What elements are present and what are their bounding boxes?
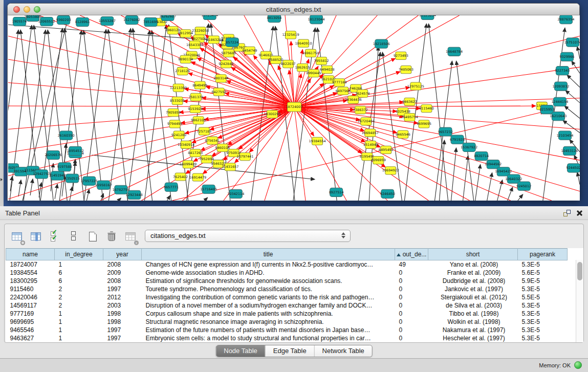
table-cell[interactable]: Estimation of the future numbers of pati… xyxy=(142,326,395,334)
table-cell[interactable]: 1 xyxy=(55,334,103,342)
table-cell[interactable]: 1 xyxy=(55,326,103,334)
table-cell[interactable]: 1998 xyxy=(103,310,142,318)
table-cell[interactable]: 1 xyxy=(55,310,103,318)
table-cell[interactable]: 5.9E-5 xyxy=(518,277,568,285)
table-cell[interactable]: Tourette syndrome. Phenomenology and cla… xyxy=(142,285,395,293)
node-table[interactable]: namein_degreeyeartitleout_de...shortpage… xyxy=(6,248,583,342)
table-cell[interactable]: 1 xyxy=(55,260,103,269)
table-row[interactable]: 946362711997Embryonic stem cells: a mode… xyxy=(6,334,568,342)
table-cell[interactable]: 9463627 xyxy=(6,334,55,342)
table-cell[interactable]: Jankovic et al. (1997) xyxy=(428,285,518,293)
edit-values-icon[interactable]: ✓✓ xyxy=(49,230,61,243)
memory-status-indicator[interactable] xyxy=(574,361,582,369)
row-height-icon[interactable] xyxy=(68,230,80,243)
table-cell[interactable]: 9115460 xyxy=(6,285,55,293)
table-cell[interactable]: 5.3E-5 xyxy=(518,334,568,342)
table-cell[interactable]: 0 xyxy=(395,318,428,326)
table-row[interactable]: 1456911722003Disruption of a novel membe… xyxy=(6,301,568,310)
table-cell[interactable]: 2008 xyxy=(103,260,142,269)
table-row[interactable]: 946554611997Estimation of the future num… xyxy=(6,326,568,334)
table-cell[interactable]: 0 xyxy=(395,310,428,318)
table-cell[interactable]: 2008 xyxy=(103,277,142,285)
column-header-year[interactable]: year xyxy=(103,249,142,260)
close-panel-icon[interactable] xyxy=(576,210,583,216)
table-cell[interactable]: 0 xyxy=(395,301,428,310)
column-header-pagerank[interactable]: pagerank xyxy=(518,249,568,260)
table-cell[interactable]: 14569117 xyxy=(6,301,55,310)
network-window[interactable]: citations_edges.txt 18724007746382289601… xyxy=(7,3,580,201)
table-row[interactable]: 1830029562008Estimation of significance … xyxy=(6,277,568,285)
table-cell[interactable]: 1997 xyxy=(103,334,142,342)
table-cell[interactable]: Hescheler et al. (1997) xyxy=(428,334,518,342)
tab-node-table[interactable]: Node Table xyxy=(216,345,266,357)
table-row[interactable]: 1872400712008Changes of HCN gene express… xyxy=(6,260,568,269)
table-cell[interactable]: 5.5E-5 xyxy=(518,293,568,301)
table-cell[interactable]: 1997 xyxy=(103,326,142,334)
citation-network-graph[interactable]: 1872400774638228960128891295423226058982… xyxy=(8,15,580,201)
table-cell[interactable]: Disruption of a novel member of a sodium… xyxy=(142,301,395,310)
table-cell[interactable]: 0 xyxy=(395,293,428,301)
table-cell[interactable]: 5.3E-5 xyxy=(518,285,568,293)
table-cell[interactable]: Tibbo et al. (1998) xyxy=(428,310,518,318)
table-header-row[interactable]: namein_degreeyeartitleout_de...shortpage… xyxy=(6,249,568,260)
table-options-icon[interactable] xyxy=(11,230,23,243)
column-header-out_de[interactable]: out_de... xyxy=(395,249,428,260)
table-row[interactable]: 2242004622012Investigating the contribut… xyxy=(6,293,568,301)
table-cell[interactable]: Corpus callosum shape and size in male p… xyxy=(142,310,395,318)
table-cell[interactable]: Embryonic stem cells: a model to study s… xyxy=(142,334,395,342)
table-cell[interactable]: Changes of HCN gene expression and I(f) … xyxy=(142,260,395,269)
table-cell[interactable]: 18724007 xyxy=(6,260,55,269)
table-cell[interactable]: 9699695 xyxy=(6,318,55,326)
table-cell[interactable]: Wolkin et al. (1998) xyxy=(428,318,518,326)
network-table-select[interactable]: citations_edges.txt xyxy=(145,230,351,242)
scrollbar-thumb[interactable] xyxy=(577,262,582,280)
table-cell[interactable]: 22420046 xyxy=(6,293,55,301)
table-row[interactable]: 977716911998Corpus callosum shape and si… xyxy=(6,310,568,318)
splitter-arrow-icon[interactable] xyxy=(1,178,3,181)
table-cell[interactable]: Estimation of significance thresholds fo… xyxy=(142,277,395,285)
table-cell[interactable]: 1998 xyxy=(103,318,142,326)
table-cell[interactable]: 5.3E-5 xyxy=(518,260,568,269)
table-cell[interactable]: 0 xyxy=(395,326,428,334)
table-cell[interactable]: 5.3E-5 xyxy=(518,318,568,326)
table-row[interactable]: 969969511998Structural magnetic resonanc… xyxy=(6,318,568,326)
column-header-name[interactable]: name xyxy=(6,249,55,260)
column-header-title[interactable]: title xyxy=(142,249,395,260)
left-splitter[interactable] xyxy=(0,0,4,206)
table-cell[interactable]: 5.6E-5 xyxy=(518,269,568,277)
table-cell[interactable]: 6 xyxy=(55,277,103,285)
table-cell[interactable]: Genome-wide association studies in ADHD. xyxy=(142,269,395,277)
table-cell[interactable]: 0 xyxy=(395,277,428,285)
table-cell[interactable]: Structural magnetic resonance image aver… xyxy=(142,318,395,326)
table-cell[interactable]: 2 xyxy=(55,293,103,301)
float-panel-icon[interactable] xyxy=(563,210,571,216)
table-cell[interactable]: 19384554 xyxy=(6,269,55,277)
table-cell[interactable]: de Silva et al. (2003) xyxy=(428,301,518,310)
table-cell[interactable]: 2 xyxy=(55,285,103,293)
table-row[interactable]: 911546021997Tourette syndrome. Phenomeno… xyxy=(6,285,568,293)
table-cell[interactable]: Stergiakouli et al. (2012) xyxy=(428,293,518,301)
table-cell[interactable]: Dudbridge et al. (2008) xyxy=(428,277,518,285)
tab-edge-table[interactable]: Edge Table xyxy=(266,345,315,357)
table-cell[interactable]: 2009 xyxy=(103,269,142,277)
show-columns-icon[interactable] xyxy=(30,230,42,243)
network-canvas[interactable]: 1872400774638228960128891295423226058982… xyxy=(8,15,580,201)
table-cell[interactable]: 0 xyxy=(395,334,428,342)
table-vertical-scrollbar[interactable] xyxy=(576,260,583,342)
table-cell[interactable]: 0 xyxy=(395,285,428,293)
table-cell[interactable]: 1 xyxy=(55,318,103,326)
table-cell[interactable]: 18300295 xyxy=(6,277,55,285)
table-cell[interactable]: 0 xyxy=(395,269,428,277)
table-cell[interactable]: 9777169 xyxy=(6,310,55,318)
table-cell[interactable]: 49 xyxy=(395,260,428,269)
table-cell[interactable]: 6 xyxy=(55,269,103,277)
table-cell[interactable]: Yano et al. (2008) xyxy=(428,260,518,269)
delete-table-icon[interactable] xyxy=(105,230,118,243)
table-cell[interactable]: 5.3E-5 xyxy=(518,310,568,318)
table-cell[interactable]: 2003 xyxy=(103,301,142,310)
table-cell[interactable]: 2012 xyxy=(103,293,142,301)
table-cell[interactable]: 5.3E-5 xyxy=(518,326,568,334)
table-cell[interactable]: Franke et al. (2009) xyxy=(428,269,518,277)
new-file-icon[interactable] xyxy=(86,230,99,243)
table-cell[interactable]: 1997 xyxy=(103,285,142,293)
